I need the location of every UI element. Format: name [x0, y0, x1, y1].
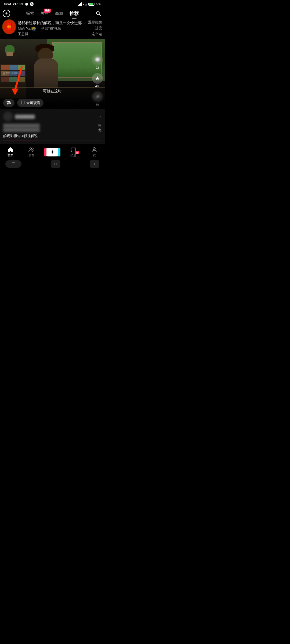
- red-arrow-indicator: [8, 64, 27, 97]
- sidebar-comment-group: 💬 22: [92, 54, 103, 69]
- home-indicator-bar: ☰ □ ‹: [0, 159, 105, 171]
- battery-percent: 77%: [96, 3, 101, 6]
- feed-main-text: 是我看过最长的解说，而且一次快进都没有: [18, 20, 86, 26]
- add-button[interactable]: +: [3, 10, 10, 17]
- tab-explore[interactable]: 探索: [23, 10, 37, 17]
- svg-point-7: [32, 148, 33, 149]
- profile-tab-label: 我: [93, 153, 96, 157]
- signal-icon: [78, 2, 82, 6]
- red-arrow-svg: [8, 64, 27, 97]
- feed-sub-item-1: 我的iPad😭: [18, 26, 36, 31]
- profile-icon: [91, 147, 97, 153]
- network-speed: 21.1K/s: [13, 2, 23, 6]
- messages-tab-label: 消息 99: [70, 153, 76, 157]
- back-soft-button[interactable]: ‹: [90, 160, 99, 168]
- progress-bar-container[interactable]: [3, 141, 102, 141]
- live-badge: 直播: [44, 9, 51, 13]
- message-badge-count: 99: [75, 151, 79, 154]
- bottom-nav: 首页 朋友 + 消息 99 我: [0, 144, 105, 159]
- below-desc-blurred: ████████████████: [3, 124, 97, 127]
- feed-right-text: 温馨提醒: [88, 20, 102, 25]
- feed-sub-item-3: 进度: [88, 26, 102, 31]
- fullscreen-label: 全屏观看: [26, 101, 40, 105]
- friends-tab-label: 朋友: [28, 153, 34, 157]
- time: 16:41: [4, 2, 11, 6]
- below-desc-row: ████████████████ 内: [3, 123, 102, 127]
- clock-icon: 🕐: [25, 3, 28, 6]
- menu-icon: ☰: [12, 162, 15, 166]
- svg-point-6: [30, 148, 32, 150]
- sidebar-comment-count: 22: [96, 66, 99, 69]
- below-desc-right2: 龙: [98, 128, 102, 133]
- friends-icon: [28, 147, 34, 153]
- below-desc-visible: 内: [98, 123, 102, 127]
- home-icon: [8, 147, 13, 153]
- post-icon: +: [51, 149, 54, 156]
- below-author-row: ████████ 内: [3, 112, 102, 121]
- feed-preview-area: 🧧 是我看过最长的解说，而且一次快进都没有 我的iPad😭 抖音"短"视频 王思…: [0, 19, 105, 39]
- sidebar-comment-icon[interactable]: 💬: [92, 54, 103, 65]
- back-icon: ‹: [94, 161, 95, 167]
- home-indicator-icon: □: [55, 162, 57, 166]
- svg-marker-3: [12, 89, 19, 95]
- sidebar-star-count: 48.: [95, 85, 99, 88]
- tab-messages[interactable]: 消息 99: [63, 147, 84, 157]
- feed-right-name: 这个电: [88, 32, 102, 36]
- status-bar: 16:41 21.1K/s 🕐 人 ▾ △ 77%: [0, 0, 105, 8]
- battery-fill: [89, 3, 93, 5]
- below-author-name: ████████: [15, 115, 35, 119]
- scene-plant: [4, 43, 15, 56]
- below-desc-line2: ████████████████: [3, 128, 97, 133]
- video-controls-bar: 弹/ 全屏观看: [0, 97, 105, 109]
- fullscreen-button[interactable]: 全屏观看: [17, 99, 44, 107]
- feed-sub-row: 我的iPad😭 抖音"短"视频: [18, 26, 86, 31]
- user-icon: 人: [30, 2, 34, 6]
- wifi-icon: ▾ △: [83, 3, 87, 6]
- feed-author: 王思博: [18, 32, 28, 36]
- progress-bar-fill: [3, 141, 38, 141]
- feed-text-col: 是我看过最长的解说，而且一次快进都没有 我的iPad😭 抖音"短"视频 王思博: [18, 20, 86, 36]
- svg-line-1: [99, 14, 100, 16]
- svg-rect-4: [21, 101, 24, 104]
- post-button[interactable]: +: [46, 148, 59, 156]
- danmaku-label: 弹/: [6, 101, 11, 105]
- feed-sub-item-2: 抖音"短"视频: [41, 26, 61, 31]
- below-right-content: 内: [99, 115, 102, 119]
- top-nav: + 探索 关注 直播 商城 推荐: [0, 8, 105, 19]
- below-tags: 的观影报告 #影视解说: [3, 134, 102, 138]
- below-author-avatar: [3, 112, 13, 121]
- status-right: ▾ △ 77%: [78, 2, 101, 6]
- sidebar-star-group: ★ 48.: [92, 73, 103, 88]
- svg-line-2: [15, 67, 22, 90]
- feed-right-col: 温馨提醒 进度 这个电: [88, 20, 102, 36]
- danmaku-button[interactable]: 弹/: [3, 99, 15, 107]
- search-button[interactable]: [95, 10, 102, 17]
- nav-tabs: 探索 关注 直播 商城 推荐: [10, 9, 95, 18]
- tab-recommend[interactable]: 推荐: [66, 9, 82, 18]
- avatar-ring: [2, 19, 16, 34]
- menu-soft-button[interactable]: ☰: [5, 160, 21, 168]
- message-badge-container: 消息 99: [70, 153, 76, 157]
- feed-top-row: 🧧 是我看过最长的解说，而且一次快进都没有 我的iPad😭 抖音"短"视频 王思…: [0, 20, 105, 36]
- below-video-section: ████████ 内 ████████████████ 内 ██████████…: [0, 109, 105, 144]
- video-frame[interactable]: @木兰说电影 可就在这时 💬 22 ★ 48. ↗: [0, 39, 105, 109]
- battery-icon: [88, 3, 94, 6]
- tab-follow[interactable]: 关注 直播: [37, 10, 52, 17]
- svg-point-8: [93, 148, 95, 150]
- sidebar-star-icon[interactable]: ★: [92, 73, 103, 84]
- home-soft-button[interactable]: □: [51, 160, 60, 168]
- battery-container: 77%: [88, 3, 101, 6]
- tab-post[interactable]: +: [42, 148, 63, 156]
- fullscreen-icon: [20, 100, 25, 105]
- home-tab-label: 首页: [8, 153, 13, 157]
- tab-shop[interactable]: 商城: [52, 10, 66, 17]
- tab-home[interactable]: 首页: [0, 147, 21, 157]
- feed-avatar[interactable]: 🧧: [3, 20, 16, 34]
- tab-profile[interactable]: 我: [84, 147, 105, 157]
- video-section[interactable]: @木兰说电影 可就在这时 💬 22 ★ 48. ↗: [0, 39, 105, 109]
- status-left: 16:41 21.1K/s 🕐 人: [4, 2, 34, 6]
- tab-friends[interactable]: 朋友: [21, 147, 42, 157]
